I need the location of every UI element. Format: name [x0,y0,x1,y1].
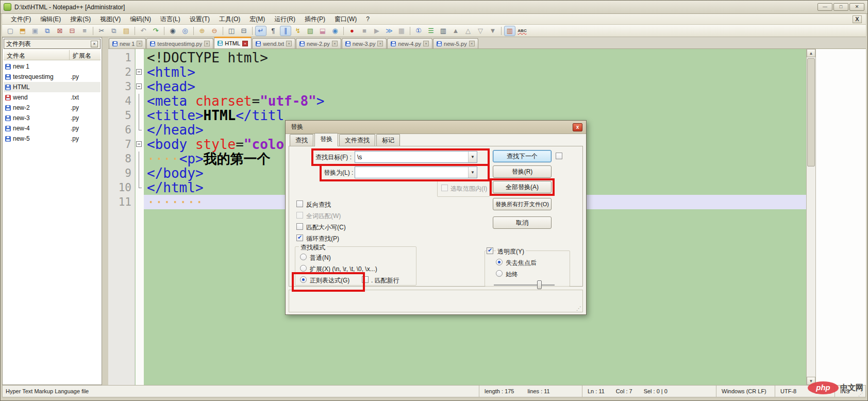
fold-collapse-icon[interactable] [136,69,142,75]
mode-extended-radio[interactable] [300,265,307,272]
zoom-in-icon[interactable]: ⊕ [196,26,208,36]
find-next-mode-checkbox[interactable] [556,153,562,159]
save-all-icon[interactable]: ⧉ [42,26,53,36]
file-list-panel-titlebar[interactable]: 文件列表 × [4,39,101,49]
file-list-item[interactable]: HTML [4,82,101,92]
menu-item[interactable]: 工具(O) [214,14,245,25]
macro-run-multi-icon[interactable]: ≫ [383,26,395,36]
compare-icon[interactable]: ☰ [425,26,437,36]
file-list-item[interactable]: new-5.py [4,133,101,144]
sync-vertical-icon[interactable]: ◫ [226,26,237,36]
view-layout-icon[interactable]: ▥ [504,26,515,36]
mode-normal-radio[interactable] [300,254,307,260]
find-target-combobox[interactable]: \s ▼ [355,151,477,163]
copy-icon[interactable]: ⧉ [108,26,120,36]
word-wrap-icon[interactable]: ↵ [255,26,266,36]
menu-item[interactable]: 窗口(W) [330,14,361,25]
menu-item[interactable]: 文件(F) [6,14,36,25]
editor-line[interactable]: 3<head> [108,79,806,94]
monitor-icon[interactable]: ◉ [329,26,341,36]
match-case-checkbox[interactable] [296,223,303,230]
backward-direction-checkbox[interactable] [296,201,303,207]
scrollbar-thumb[interactable] [807,58,815,166]
spell-check-icon[interactable]: ABC [516,26,528,36]
file-list-close-icon[interactable]: × [91,41,98,47]
fold-collapse-icon[interactable] [136,141,142,147]
transparency-always-radio[interactable] [496,270,503,277]
editor-line[interactable]: 2<html> [108,65,806,79]
tab-close-icon[interactable]: × [204,41,210,46]
file-list-item[interactable]: new-4.py [4,123,101,133]
function-list-icon[interactable]: ↯ [292,26,304,36]
maximize-button[interactable]: □ [833,3,848,11]
menu-item[interactable]: 视图(V) [95,14,125,25]
transparency-on-focus-radio[interactable] [496,259,503,265]
tab-new-5-py[interactable]: new-5.py× [433,38,478,48]
tab-replace[interactable]: 替换 [314,133,338,146]
macro-record-icon[interactable]: ● [346,26,358,36]
menu-item[interactable]: 编辑(E) [36,14,65,25]
column-extension[interactable]: 扩展名 [70,50,94,60]
menu-item[interactable]: 设置(T) [185,14,214,25]
sync-horizontal-icon[interactable]: ⊟ [238,26,249,36]
menu-item[interactable]: 运行(R) [270,14,300,25]
dialog-titlebar[interactable]: 替换 [286,121,586,134]
collapse-all-icon[interactable]: ▲ [450,26,461,36]
replace-all-open-docs-button[interactable]: 替换所有打开文件(O) [493,198,552,210]
dropdown-arrow-icon[interactable]: ▼ [468,152,477,162]
close-button[interactable]: ✕ [849,3,864,11]
transparency-slider-thumb[interactable] [537,280,542,289]
vertical-scrollbar[interactable]: ▲ ▼ [806,49,815,385]
tab-new-4-py[interactable]: new-4.py× [387,38,432,48]
code-text[interactable]: <meta charset="utf-8"> [144,94,806,108]
cancel-button[interactable]: 取消 [493,216,552,229]
menu-item[interactable]: 宏(M) [245,14,270,25]
file-list-item[interactable]: testrequestimg.py [4,72,101,82]
editor-line[interactable]: 1<!DOCTYPE html> [108,51,806,65]
macro-play-icon[interactable]: ▶ [371,26,382,36]
file-list-item[interactable]: new-2.py [4,103,101,113]
paste-icon[interactable]: ▤ [121,26,132,36]
doc-switcher-icon[interactable]: ▥ [438,26,449,36]
tab-new-3-py[interactable]: new-3.py× [342,38,387,48]
transparency-slider[interactable] [494,285,555,286]
fold-up-icon[interactable]: △ [462,26,474,36]
tab-wend-txt[interactable]: wend.txt× [252,38,295,48]
replace-all-button[interactable]: 全部替换(A) [493,181,552,193]
code-text[interactable]: <html> [144,65,806,79]
tab-close-icon[interactable]: × [469,41,475,46]
print-icon[interactable]: ≡ [79,26,90,36]
menu-close-icon[interactable]: X [853,15,862,23]
code-text[interactable]: <!DOCTYPE html> [144,51,806,65]
tab-html[interactable]: HTML× [214,37,252,48]
indent-guide-icon[interactable]: ∥ [280,26,291,36]
save-icon[interactable]: ▣ [29,26,41,36]
tab-close-icon[interactable]: × [332,41,338,46]
tab-close-icon[interactable]: × [242,41,248,46]
editor-line[interactable]: 4<meta charset="utf-8"> [108,94,806,108]
dot-matches-newline-checkbox[interactable] [362,276,369,283]
column-filename[interactable]: 文件名 [4,50,70,60]
show-symbol-icon[interactable]: ¶ [268,26,279,36]
macro-stop-icon[interactable]: ■ [359,26,370,36]
replace-icon[interactable]: ◎ [179,26,191,36]
open-icon[interactable]: ⬒ [17,26,28,36]
expand-all-icon[interactable]: ▼ [487,26,498,36]
transparency-checkbox[interactable] [487,247,493,254]
new-file-icon[interactable]: ▢ [5,26,16,36]
tab-new-2-py[interactable]: new-2.py× [296,38,341,48]
tab-mark[interactable]: 标记 [376,134,400,146]
mode-regex-radio[interactable] [300,276,307,283]
tab-close-icon[interactable]: × [137,41,142,46]
cut-icon[interactable]: ✂ [96,26,107,36]
file-list-item[interactable]: wend.txt [4,92,101,103]
zoom-out-icon[interactable]: ⊖ [209,26,220,36]
minimize-button[interactable]: — [817,3,832,11]
close-all-icon[interactable]: ⊟ [66,26,78,36]
find-next-button[interactable]: 查找下一个 [493,150,552,162]
scroll-up-icon[interactable]: ▲ [807,49,815,57]
file-list-item[interactable]: new 1 [4,61,101,72]
file-list-item[interactable]: new-3.py [4,113,101,123]
wrap-around-checkbox[interactable] [296,235,303,241]
menu-item[interactable]: 语言(L) [156,14,185,25]
